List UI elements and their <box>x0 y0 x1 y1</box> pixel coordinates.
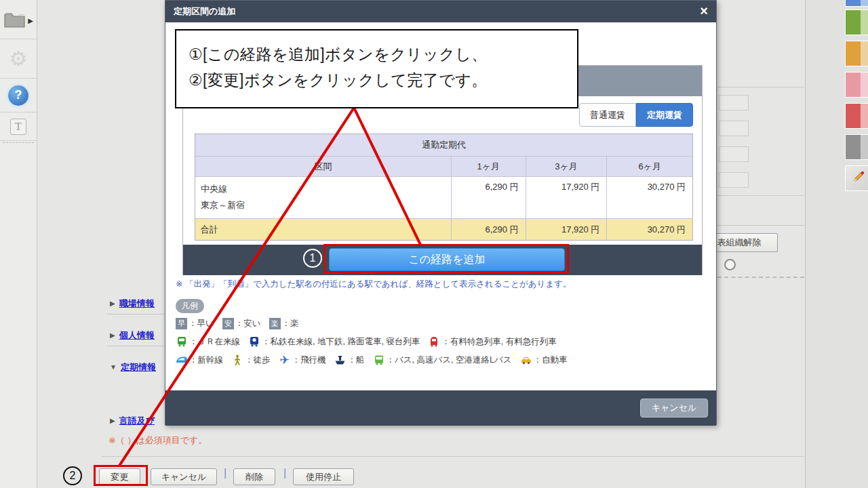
highlight-change-button <box>94 465 148 486</box>
instruction-callout: ①[この経路を追加]ボタンをクリックし、 ②[変更]ボタンをクリックして完了です… <box>175 29 578 108</box>
section-divider <box>107 346 165 346</box>
palette-item-blue[interactable] <box>845 0 868 7</box>
fare-1month: 6,290 円 <box>451 177 526 218</box>
cancel-dialog-button[interactable]: キャンセル <box>640 399 708 418</box>
total-6month: 30,270 円 <box>606 219 692 240</box>
ship-icon <box>334 354 347 366</box>
delete-button[interactable]: 削除 <box>233 468 275 485</box>
column-header-1month: 1ヶ月 <box>451 157 526 176</box>
bus-icon <box>373 354 385 366</box>
chevron-right-icon: ▶ <box>110 300 115 307</box>
total-row: 合計 6,290 円 17,920 円 30,270 円 <box>195 218 692 240</box>
walk-icon <box>231 354 243 366</box>
express-train-icon <box>428 336 440 348</box>
edit-tool-button[interactable] <box>845 165 868 191</box>
chevron-right-icon: ▶ <box>110 331 115 339</box>
jr-train-icon <box>176 336 188 348</box>
dialog-title: 定期区間の追加 <box>174 5 235 18</box>
application-window: ▶ ⚙ ? T <box>0 0 868 488</box>
toolbar-divider <box>3 142 34 143</box>
button-separator: | <box>283 467 286 479</box>
sidebar-item-personal-info[interactable]: ▶個人情報 <box>110 329 155 342</box>
form-divider <box>717 195 804 196</box>
required-fields-note: ※（ ）は必須項目です。 <box>108 434 207 447</box>
legend-train-row: ：ＪＲ在来線 ：私鉄在来線, 地下鉄, 路面電車, 寝台列車 ：有料特急列車, … <box>176 336 565 348</box>
palette-item-green[interactable] <box>845 9 868 35</box>
sidebar-item-commuter-info[interactable]: ▼定期情報 <box>110 361 156 373</box>
fare-6month: 30,270 円 <box>606 177 692 218</box>
form-divider <box>717 225 804 226</box>
legend-badge: 凡例 <box>176 299 204 313</box>
section-divider <box>107 314 165 314</box>
fast-badge: 早 <box>176 318 187 329</box>
legend-transport-row: ：新幹線 ：徒歩 ✈：飛行機 ：船 ：バス, 高速バス, 空港連絡Lバス <box>176 354 576 366</box>
station-note: ※ 「出発」「到着」で入力した駅名の付近にある駅であれば、経路として表示されるこ… <box>176 279 571 290</box>
step-2-marker: 2 <box>63 466 82 485</box>
dialog-header: 定期区間の追加 × <box>165 1 716 22</box>
route-section-name: 東京～新宿 <box>201 197 446 214</box>
palette-item-gray[interactable] <box>845 134 868 160</box>
folder-expand-icon[interactable]: ▶ <box>28 17 33 24</box>
help-icon: ? <box>8 85 28 106</box>
settings-tool-button[interactable]: ⚙ <box>0 39 37 79</box>
close-icon[interactable]: × <box>700 3 708 19</box>
chevron-right-icon: ▶ <box>110 417 115 424</box>
text-tool-icon: T <box>10 119 26 135</box>
pencil-icon <box>852 170 865 186</box>
button-separator: | <box>224 467 226 479</box>
legend-speed-row: 早：早い 安：安い 楽：楽 <box>176 318 307 329</box>
form-field[interactable] <box>719 121 749 136</box>
easy-badge: 楽 <box>269 318 281 329</box>
tab-commuter-fare[interactable]: 定期運賃 <box>636 103 693 127</box>
total-label: 合計 <box>195 219 451 240</box>
column-header-6month: 6ヶ月 <box>606 157 692 176</box>
left-toolbar: ▶ ⚙ ? T <box>0 0 37 488</box>
fare-3month: 17,920 円 <box>526 177 607 218</box>
tab-normal-fare[interactable]: 普通運賃 <box>579 103 636 127</box>
chevron-down-icon: ▼ <box>110 363 117 371</box>
suspend-button[interactable]: 使用停止 <box>293 468 354 485</box>
form-field[interactable] <box>719 146 749 162</box>
sidebar-item-language[interactable]: ▶言語及び <box>110 415 155 427</box>
text-tool-button[interactable]: T <box>0 113 37 141</box>
car-icon <box>520 354 532 366</box>
form-bottom-divider <box>102 456 804 457</box>
highlight-add-route-button <box>323 244 569 273</box>
radio-button[interactable] <box>724 259 736 270</box>
right-toolbar <box>805 0 868 488</box>
step-1-marker: 1 <box>303 249 322 268</box>
cheap-badge: 安 <box>222 318 234 329</box>
private-train-icon <box>248 336 260 348</box>
form-field[interactable] <box>719 172 749 188</box>
folder-icon <box>3 10 26 32</box>
instruction-line-2: ②[変更]ボタンをクリックして完了です。 <box>189 67 577 93</box>
route-line-name: 中央線 <box>201 181 446 197</box>
palette-item-red[interactable] <box>845 103 868 129</box>
table-row: 中央線 東京～新宿 6,290 円 17,920 円 30,270 円 <box>195 176 692 218</box>
commuter-fare-table: 通勤定期代 区間 1ヶ月 3ヶ月 6ヶ月 中央線 東京～新宿 6,290 円 1… <box>195 134 693 241</box>
total-1month: 6,290 円 <box>451 219 526 240</box>
palette-item-pink[interactable] <box>845 72 868 98</box>
folder-tool-button[interactable]: ▶ <box>0 3 37 39</box>
form-field[interactable] <box>719 95 749 110</box>
help-tool-button[interactable]: ? <box>0 79 37 113</box>
cancel-page-button[interactable]: キャンセル <box>151 468 217 485</box>
sidebar-item-workplace-info[interactable]: ▶職場情報 <box>110 298 155 310</box>
fare-table-header-row: 区間 1ヶ月 3ヶ月 6ヶ月 <box>195 156 692 176</box>
fare-table-title: 通勤定期代 <box>195 134 692 156</box>
column-header-3month: 3ヶ月 <box>526 157 607 176</box>
fare-tab-group: 普通運賃 定期運賃 <box>579 103 693 127</box>
dialog-footer: キャンセル <box>165 390 716 426</box>
plane-icon: ✈ <box>279 354 291 366</box>
instruction-line-1: ①[この経路を追加]ボタンをクリックし、 <box>189 41 577 67</box>
palette-item-orange[interactable] <box>845 41 868 66</box>
column-header-section: 区間 <box>195 157 451 176</box>
gear-icon: ⚙ <box>9 49 28 69</box>
form-divider <box>717 87 804 87</box>
route-cell: 中央線 東京～新宿 <box>195 177 451 218</box>
dashed-divider <box>717 277 804 278</box>
shinkansen-icon <box>176 354 188 366</box>
total-3month: 17,920 円 <box>526 219 607 240</box>
